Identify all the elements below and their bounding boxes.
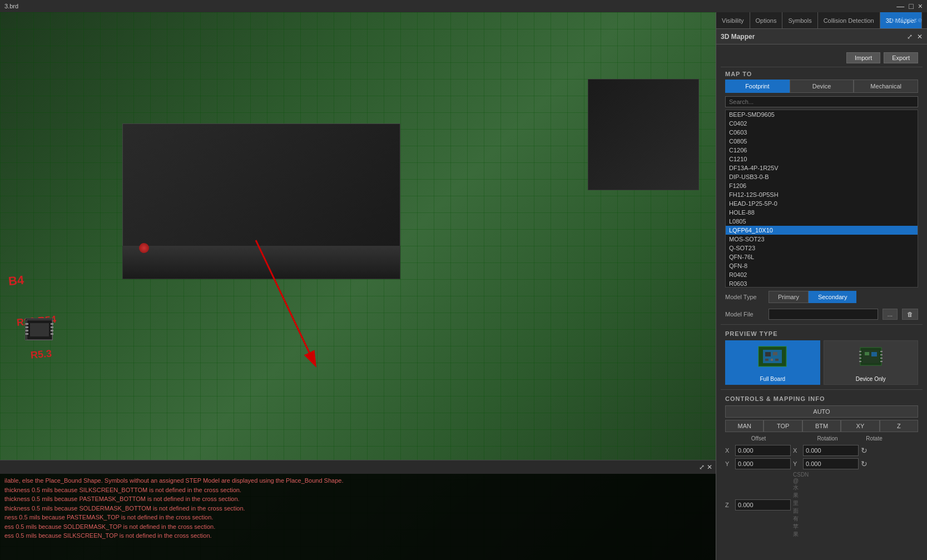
log-line-5: ness 0.5 mils because PASTEMASK_TOP is n… — [4, 513, 711, 522]
list-item[interactable]: FH12-12S-0P5SH — [726, 190, 918, 199]
list-item[interactable]: R0402 — [726, 270, 918, 279]
right-panel: cadence Visibility Options Symbols Colli… — [716, 12, 927, 560]
auto-button[interactable]: AUTO — [725, 405, 918, 418]
man-button[interactable]: MAN — [725, 420, 764, 432]
offset-z-label: Z — [725, 502, 733, 508]
svg-rect-2 — [26, 323, 28, 325]
panel-close-icon[interactable]: ✕ — [917, 33, 923, 41]
log-toolbar: ⤢ ✕ — [0, 460, 716, 474]
log-line-1: ilable, else the Place_Bound Shape. Symb… — [4, 476, 711, 485]
list-item[interactable]: F1206 — [726, 181, 918, 190]
list-item[interactable]: C0402 — [726, 119, 918, 128]
xy-button[interactable]: XY — [841, 420, 879, 432]
list-item[interactable]: C0603 — [726, 128, 918, 137]
list-item[interactable]: C0805 — [726, 137, 918, 146]
preview-device-only[interactable]: Device Only — [824, 340, 919, 385]
tab-visibility[interactable]: Visibility — [716, 12, 750, 28]
tab-symbols[interactable]: Symbols — [782, 12, 817, 28]
list-item[interactable]: QFN-8 — [726, 261, 918, 270]
model-file-browse-button[interactable]: ... — [883, 309, 898, 320]
log-expand-icon[interactable]: ⤢ — [699, 463, 705, 471]
window-title: 3.brd — [4, 3, 18, 9]
panel-titlebar: 3D Mapper ⤢ ✕ — [716, 29, 927, 44]
log-line-3: thickness 0.5 mils because PASTEMASK_BOT… — [4, 494, 711, 504]
3d-viewport[interactable]: B4 R26 R54 R5.3 — [0, 12, 716, 560]
rotation-x-input[interactable]: 0.000 — [803, 445, 859, 456]
list-item[interactable]: DIP-USB3-0-B — [726, 172, 918, 181]
rotation-y-input[interactable]: 0.000 — [803, 458, 859, 469]
import-button[interactable]: Import — [846, 52, 880, 63]
list-item[interactable]: HEAD-1P25-5P-0 — [726, 199, 918, 208]
model-type-secondary[interactable]: Secondary — [809, 291, 857, 303]
full-board-image — [757, 344, 787, 369]
map-to-footprint[interactable]: Footprint — [725, 80, 790, 93]
top-button[interactable]: TOP — [764, 420, 802, 432]
tab-nets[interactable]: Nets — [922, 12, 927, 28]
pcb-label-b4: B4 — [8, 273, 24, 289]
tab-options[interactable]: Options — [750, 12, 783, 28]
svg-rect-4 — [26, 330, 28, 331]
list-item[interactable]: C1210 — [726, 155, 918, 163]
list-item[interactable]: Q-SOT23 — [726, 244, 918, 252]
map-to-mechanical[interactable]: Mechanical — [854, 80, 918, 93]
z-button[interactable]: Z — [880, 420, 918, 432]
preview-full-board[interactable]: Full Board — [725, 340, 820, 385]
list-item[interactable]: L0805 — [726, 217, 918, 226]
rotate-y-icon[interactable]: ↻ — [861, 459, 883, 468]
svg-rect-17 — [771, 359, 773, 361]
search-input[interactable] — [725, 96, 918, 107]
auto-row: AUTO — [725, 405, 918, 418]
list-item[interactable]: LQFP64_10X10 — [726, 226, 918, 235]
model-type-buttons: Primary Secondary — [769, 291, 856, 303]
window-controls[interactable]: — □ × — [896, 2, 923, 11]
divider-2 — [721, 389, 923, 390]
maximize-button[interactable]: □ — [909, 2, 913, 11]
model-file-delete-button[interactable]: 🗑 — [902, 309, 918, 320]
main-layout: B4 R26 R54 R5.3 — [0, 12, 927, 560]
list-item[interactable]: QFN-76L — [726, 252, 918, 261]
map-to-device[interactable]: Device — [790, 80, 854, 93]
log-line-2: thickness 0.5 mils because SILKSCREEN_BO… — [4, 485, 711, 495]
panel-expand-icon[interactable]: ⤢ — [907, 33, 913, 41]
tab-collision-detection[interactable]: Collision Detection — [818, 12, 880, 28]
preview-cards: Full Board — [725, 340, 918, 385]
footprint-list[interactable]: BEEP-SMD9605C0402C0603C0805C1206C1210DF1… — [725, 110, 918, 288]
controls-section: CONTROLS & MAPPING INFO AUTO MAN TOP BTM… — [721, 392, 923, 542]
list-item[interactable]: HOLE-88 — [726, 208, 918, 217]
model-type-primary[interactable]: Primary — [769, 291, 809, 303]
controls-label: CONTROLS & MAPPING INFO — [725, 395, 918, 402]
list-item[interactable]: R0603 — [726, 279, 918, 288]
close-button[interactable]: × — [918, 2, 923, 11]
list-item[interactable]: C1206 — [726, 146, 918, 155]
list-item[interactable]: BEEP-SMD9605 — [726, 110, 918, 119]
svg-rect-21 — [865, 352, 869, 355]
panel-window-controls: ⤢ ✕ — [907, 33, 923, 41]
rotation-y-label: Y — [793, 460, 801, 467]
csdn-watermark: CSDN @水果里面有苹果 — [793, 472, 801, 538]
export-button[interactable]: Export — [884, 52, 918, 63]
svg-rect-30 — [880, 361, 883, 362]
svg-rect-14 — [765, 352, 771, 356]
map-to-label: MAP TO — [721, 67, 923, 80]
svg-rect-7 — [51, 326, 53, 328]
log-close-icon[interactable]: ✕ — [707, 463, 712, 471]
rotation-header: Rotation — [794, 435, 861, 443]
svg-rect-25 — [859, 358, 861, 359]
list-item[interactable]: MOS-SOT23 — [726, 235, 918, 244]
svg-rect-16 — [765, 359, 769, 361]
red-arrow — [211, 224, 378, 390]
list-item[interactable]: DF13A-4P-1R25V — [726, 163, 918, 172]
rotate-x-icon[interactable]: ↻ — [861, 446, 883, 455]
btm-button[interactable]: BTM — [802, 420, 841, 432]
cadence-logo: cadence — [890, 16, 923, 24]
minimize-button[interactable]: — — [896, 2, 904, 11]
offset-z-input[interactable]: 0.000 — [735, 499, 791, 511]
offset-y-input[interactable]: 0.000 — [735, 458, 791, 469]
preview-section: PREVIEW TYPE — [721, 327, 923, 387]
model-type-row: Model Type Primary Secondary — [721, 288, 923, 306]
model-file-input[interactable] — [769, 309, 878, 320]
svg-rect-3 — [26, 326, 28, 328]
model-type-label: Model Type — [725, 294, 764, 300]
svg-rect-6 — [51, 323, 53, 325]
offset-x-input[interactable]: 0.000 — [735, 445, 791, 456]
